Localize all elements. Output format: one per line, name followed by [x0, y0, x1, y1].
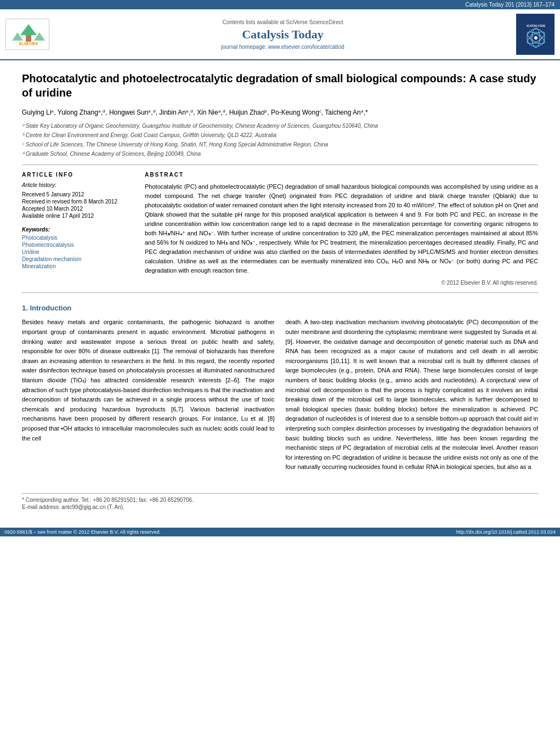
accepted-date: Accepted 10 March 2012 — [22, 206, 132, 212]
journal-citation-bar: Catalysis Today 201 (2013) 167–174 — [0, 0, 560, 9]
affiliation-d: ᵈ Graduate School, Chinese Academy of Sc… — [22, 150, 538, 158]
history-label: Article history: — [22, 182, 132, 188]
intro-left-para1: Besides heavy metals and organic contami… — [22, 318, 275, 443]
issn-line: 0920-5861/$ – see front matter © 2012 El… — [4, 529, 161, 535]
journal-citation: Catalysis Today 201 (2013) 167–174 — [465, 2, 555, 8]
article-container: Photocatalytic and photoelectrocatalytic… — [0, 60, 560, 522]
journal-homepage: journal homepage: www.elsevier.com/locat… — [55, 44, 511, 50]
keyword-3: Uridine — [22, 249, 132, 255]
copyright-line: © 2012 Elsevier B.V. All rights reserved… — [145, 280, 538, 286]
catalysis-logo: iCATALYSIS — [516, 14, 555, 55]
journal-center-header: Contents lists available at SciVerse Sci… — [55, 19, 511, 50]
article-info-col: ARTICLE INFO Article history: Received 5… — [22, 172, 132, 286]
sciverse-line: Contents lists available at SciVerse Sci… — [55, 19, 511, 25]
keyword-4: Degradation mechanism — [22, 256, 132, 262]
abstract-text: Photocatalytic (PC) and photoelectrocata… — [145, 182, 538, 275]
divider-1 — [22, 165, 538, 165]
intro-right-col: death. A two-step inactivation mechanism… — [286, 318, 539, 477]
authors-line: Guiying Liᵃ, Yulong Zhangᵃ,ᵈ, Hongwei Su… — [22, 108, 538, 117]
intro-two-col: Besides heavy metals and organic contami… — [22, 318, 538, 477]
footnote-email: E-mail address: antc99@gig.ac.cn (T. An)… — [22, 504, 538, 510]
keyword-2: Photoelectrocatalysis — [22, 242, 132, 248]
abstract-heading: ABSTRACT — [145, 172, 538, 178]
info-abstract-cols: ARTICLE INFO Article history: Received 5… — [22, 172, 538, 286]
article-history-block: Article history: Received 5 January 2012… — [22, 182, 132, 219]
footnote-area: * Corresponding author. Tel.: +86 20 852… — [22, 493, 538, 510]
intro-left-col: Besides heavy metals and organic contami… — [22, 318, 275, 477]
abstract-col: ABSTRACT Photocatalytic (PC) and photoel… — [145, 172, 538, 286]
received-revised-date: Received in revised form 8 March 2012 — [22, 199, 132, 205]
catalysis-logo-box: iCATALYSIS — [516, 14, 555, 55]
doi-line: http://dx.doi.org/10.1016/j.cattod.2012.… — [456, 529, 556, 535]
elsevier-logo: ELSEVIER — [5, 19, 49, 50]
svg-text:iCATALYSIS: iCATALYSIS — [527, 24, 545, 27]
affiliation-b: ᵇ Centre for Clean Environment and Energ… — [22, 131, 538, 139]
received-date: Received 5 January 2012 — [22, 191, 132, 197]
intro-right-para1: death. A two-step inactivation mechanism… — [286, 318, 539, 472]
introduction-section: 1. Introduction Besides heavy metals and… — [22, 304, 538, 477]
elsevier-logo-box: ELSEVIER — [5, 19, 49, 50]
bottom-bar: 0920-5861/$ – see front matter © 2012 El… — [0, 528, 560, 536]
intro-heading: 1. Introduction — [22, 304, 538, 312]
keywords-block: Keywords: Photocatalysis Photoelectrocat… — [22, 227, 132, 269]
available-date: Available online 17 April 2012 — [22, 213, 132, 219]
footnote-corresponding: * Corresponding author. Tel.: +86 20 852… — [22, 497, 538, 503]
keyword-5: Mineralization — [22, 263, 132, 269]
journal-title: Catalysis Today — [55, 27, 511, 42]
article-info-heading: ARTICLE INFO — [22, 172, 132, 178]
keywords-label: Keywords: — [22, 227, 132, 233]
affiliation-a: ᵃ State Key Laboratory of Organic Geoche… — [22, 122, 538, 130]
keyword-1: Photocatalysis — [22, 235, 132, 241]
catalysis-logo-svg: iCATALYSIS — [518, 16, 554, 52]
divider-2 — [22, 292, 538, 293]
affiliations: ᵃ State Key Laboratory of Organic Geoche… — [22, 122, 538, 158]
affiliation-c: ᶜ School of Life Sciences, The Chinese U… — [22, 140, 538, 149]
svg-rect-2 — [26, 35, 31, 42]
svg-point-10 — [534, 36, 538, 39]
journal-header: ELSEVIER Contents lists available at Sci… — [0, 9, 560, 60]
svg-text:ELSEVIER: ELSEVIER — [19, 42, 38, 46]
article-title: Photocatalytic and photoelectrocatalytic… — [22, 71, 538, 100]
elsevier-logo-svg: ELSEVIER — [9, 21, 48, 46]
